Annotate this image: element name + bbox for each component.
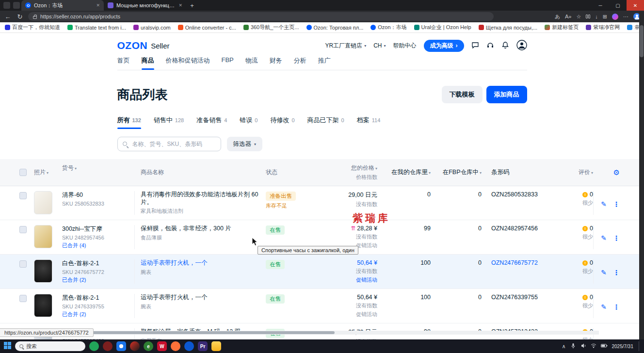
help-center-link[interactable]: 帮助中心 — [393, 42, 417, 50]
network-icon[interactable] — [591, 343, 596, 350]
table-settings-gear-icon[interactable]: ⚙ — [613, 168, 620, 177]
table-row-highlighted[interactable]: 白色-首标-2-1SKU 2476675772已合并 (2) 运动手表带打火机，… — [0, 255, 644, 289]
tab-ready[interactable]: 准备销售4 — [196, 116, 227, 129]
vertical-scrollbar-thumb[interactable] — [640, 25, 644, 57]
new-tab-button[interactable]: + — [186, 2, 198, 9]
browser-tab-active[interactable]: O Ozon：市场 ✕ — [21, 0, 104, 11]
nav-pricing-promos[interactable]: 价格和促销活动 — [166, 56, 210, 70]
merged-link[interactable]: 已合并 (4) — [62, 242, 134, 249]
volume-icon[interactable] — [580, 343, 586, 350]
bookmark-item[interactable]: Ozon：市场 — [370, 24, 406, 31]
bookmark-item[interactable]: 紫瑞净官网 — [586, 24, 620, 31]
col-code[interactable]: 货号▾ — [62, 164, 135, 181]
tab-to-fix[interactable]: 待修改0 — [270, 116, 294, 129]
refresh-icon[interactable]: ↻ — [16, 13, 24, 20]
col-status[interactable]: 状态 — [266, 168, 329, 176]
product-title-link[interactable]: 具有消毒作用的强效多功能清洁地板片剂 60 片。 — [141, 191, 266, 206]
edit-pencil-icon[interactable]: ✎ — [601, 269, 607, 276]
bookmark-item[interactable]: Ural企业 | Ozon Help — [414, 24, 471, 31]
product-thumbnail[interactable] — [34, 294, 52, 317]
nav-logistics[interactable]: 物流 — [245, 56, 258, 70]
bookmark-item[interactable]: uralsvip.com — [133, 25, 171, 31]
taskbar-app-chrome[interactable] — [116, 341, 126, 351]
taskbar-app-premiere[interactable]: Pr — [198, 341, 208, 351]
merged-link[interactable]: 已合并 (2) — [62, 311, 134, 318]
product-title-link[interactable]: 保鲜膜，包装，非常经济，300 片 — [141, 225, 266, 233]
col-stock-my[interactable]: 在我的仓库里▾ — [377, 168, 431, 176]
settings-menu-icon[interactable]: ⋯ — [623, 14, 628, 20]
nav-fbp[interactable]: FBP — [222, 56, 234, 70]
taskbar-app-e-browser[interactable]: e — [144, 341, 153, 351]
tab-selling[interactable]: 销售中128 — [154, 116, 184, 129]
row-menu-icon[interactable]: ⋮ — [613, 269, 620, 276]
ozon-logo[interactable]: OZON — [117, 40, 148, 51]
tab-errors[interactable]: 错误0 — [240, 116, 258, 129]
row-checkbox[interactable] — [19, 295, 27, 302]
translate-icon[interactable]: あ — [555, 13, 560, 20]
copilot-icon[interactable] — [612, 14, 618, 20]
vertical-scrollbar[interactable] — [639, 12, 644, 339]
close-button[interactable]: ✕ — [627, 0, 644, 11]
bookmark-item[interactable]: Щетка для посуды,... — [479, 25, 537, 31]
tray-chevron-up-icon[interactable]: ∧ — [562, 343, 565, 350]
bookmark-item[interactable]: Translate text from i... — [67, 25, 126, 31]
product-thumbnail[interactable] — [34, 191, 52, 214]
extensions-icon[interactable]: ⊞ — [603, 14, 607, 20]
edit-pencil-icon[interactable]: ✎ — [601, 303, 607, 311]
split-screen-icon[interactable] — [586, 15, 590, 18]
row-menu-icon[interactable]: ⋮ — [613, 303, 620, 311]
product-thumbnail[interactable] — [34, 259, 52, 283]
workspaces-icon[interactable] — [13, 2, 20, 9]
bookmark-item[interactable]: Ozon: Торговая пл... — [306, 25, 364, 31]
search-input[interactable] — [118, 137, 221, 151]
chat-icon[interactable] — [471, 41, 479, 50]
microphone-icon[interactable] — [570, 343, 576, 350]
row-checkbox[interactable] — [19, 192, 27, 199]
barcode-link[interactable]: OZN2476675772 — [482, 259, 559, 266]
start-button[interactable] — [4, 342, 11, 351]
bookmark-item[interactable]: 百度一下，你就知道 — [5, 24, 60, 31]
add-product-button[interactable]: 添加商品 — [486, 86, 527, 103]
minimize-button[interactable]: ─ — [592, 0, 609, 11]
promo-link[interactable]: 促销活动 — [329, 311, 377, 318]
col-price[interactable]: 您的价格▾价格指数 — [329, 164, 377, 181]
row-checkbox[interactable] — [19, 226, 27, 233]
lock-icon[interactable] — [33, 16, 37, 19]
shop-selector[interactable]: YR工厂直销店▾ — [325, 42, 366, 50]
row-menu-icon[interactable]: ⋮ — [613, 234, 620, 242]
taskbar-app-opera[interactable] — [130, 341, 140, 351]
nav-promotion[interactable]: 推广 — [318, 56, 331, 70]
row-checkbox[interactable] — [19, 260, 27, 268]
select-all-checkbox[interactable] — [19, 169, 27, 176]
bookmark-item[interactable]: Online converter - c... — [178, 25, 236, 31]
browser-tab[interactable]: Мощные многофункциональн... ✕ — [104, 0, 186, 11]
table-row[interactable]: 黑色-首标-2-1SKU 2476339755已合并 (2) 运动手表带打火机，… — [0, 289, 644, 323]
product-thumbnail[interactable] — [34, 225, 52, 248]
edit-pencil-icon[interactable]: ✎ — [601, 200, 607, 208]
taskbar-search[interactable]: 搜索 — [15, 341, 85, 351]
show-desktop-button[interactable] — [639, 341, 640, 351]
col-barcode[interactable]: 条形码 — [482, 168, 559, 176]
col-name[interactable]: 商品名称 — [135, 168, 266, 176]
url-text[interactable]: https://seller.ozon.ru/app/products — [40, 14, 489, 19]
support-headset-icon[interactable] — [486, 41, 494, 50]
filter-button[interactable]: 筛选器▾ — [227, 137, 263, 151]
premium-button[interactable]: 成为高级› — [424, 40, 464, 52]
product-title-link[interactable]: 运动手表带打火机，一个 — [141, 259, 266, 267]
nav-finance[interactable]: 财务 — [270, 56, 282, 70]
taskbar-app-explorer[interactable] — [211, 341, 221, 351]
taskbar-app-wps[interactable]: W — [157, 341, 167, 351]
edit-pencil-icon[interactable]: ✎ — [601, 234, 607, 242]
bookmark-item[interactable]: 新建标签页 — [545, 24, 579, 31]
account-avatar-icon[interactable] — [516, 40, 527, 52]
promo-link[interactable]: 促销活动 — [329, 276, 377, 284]
nav-analytics[interactable]: 分析 — [294, 56, 306, 70]
favorites-star-icon[interactable]: ☆ — [576, 14, 581, 20]
language-selector[interactable]: CH▾ — [373, 42, 386, 49]
table-row[interactable]: 清界-60SKU 2580532833 具有消毒作用的强效多功能清洁地板片剂 6… — [0, 186, 644, 220]
read-aloud-icon[interactable]: A» — [565, 14, 571, 19]
tab-close-icon[interactable]: ✕ — [96, 3, 100, 8]
taskbar-clock[interactable]: 2025/7/31 — [612, 343, 634, 350]
row-menu-icon[interactable]: ⋮ — [613, 200, 620, 208]
tab-close-icon[interactable]: ✕ — [178, 3, 182, 8]
